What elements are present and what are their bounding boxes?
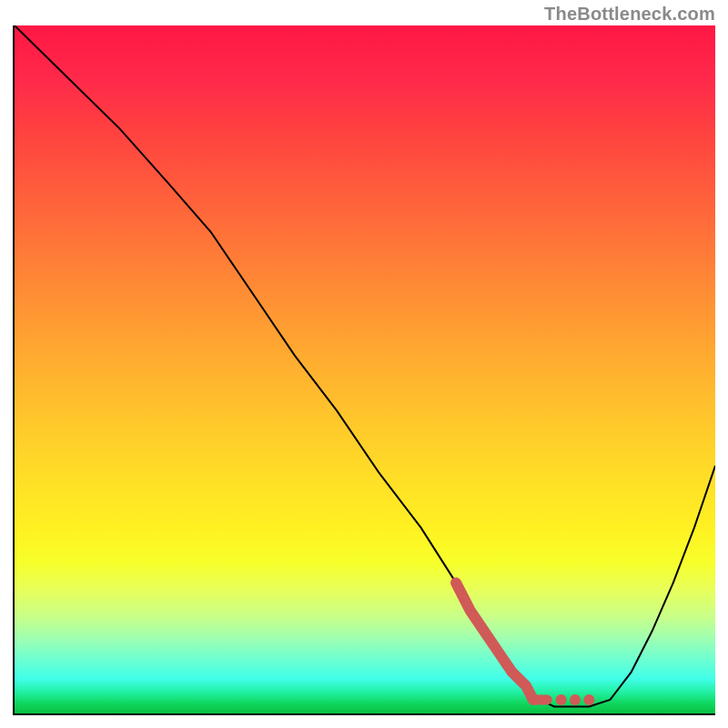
recommended-range-dot xyxy=(570,694,581,705)
plot-area xyxy=(13,25,715,715)
recommended-range-dot xyxy=(556,694,567,705)
chart-frame: TheBottleneck.com xyxy=(0,0,728,728)
bottleneck-curve xyxy=(15,25,715,706)
curve-overlay xyxy=(15,25,715,713)
recommended-range-stroke xyxy=(456,582,533,700)
recommended-range-dot xyxy=(583,694,594,705)
recommended-range-markers xyxy=(456,582,594,705)
watermark-text: TheBottleneck.com xyxy=(544,4,715,25)
